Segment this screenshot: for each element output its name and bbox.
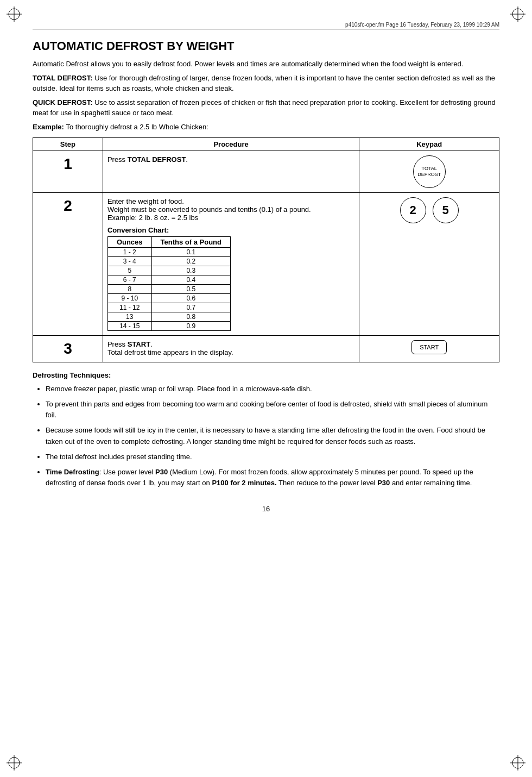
conv-row: 50.3 — [107, 266, 230, 275]
procedure-2-line2: Weight must be converted to pounds and t… — [107, 205, 311, 214]
conv-tenths: 0.9 — [151, 322, 230, 331]
total-defrost-button[interactable]: TOTAL DEFROST — [413, 155, 446, 188]
page-number: 16 — [33, 505, 499, 513]
conversion-table: Ounces Tenths of a Pound 1 - 20.13 - 40.… — [107, 236, 231, 331]
step-number-3: 3 — [33, 336, 103, 362]
intro-p3: QUICK DEFROST: Use to assist separation … — [33, 97, 499, 118]
p100-label: P100 for 2 minutes. — [212, 479, 276, 487]
procedure-3: Press START. Total defrost time appears … — [103, 336, 359, 362]
example-label: Example: — [33, 123, 66, 131]
corner-mark-tr — [510, 7, 525, 22]
conv-tenths: 0.8 — [151, 312, 230, 322]
conv-col-tenths: Tenths of a Pound — [151, 237, 230, 248]
keypad-1: TOTAL DEFROST — [359, 151, 499, 193]
conv-oz: 5 — [107, 266, 151, 275]
list-item: Because some foods will still be icy in … — [46, 425, 499, 447]
col-keypad: Keypad — [359, 138, 499, 151]
step-number-1: 1 — [33, 151, 103, 193]
start-bold: START — [128, 340, 150, 348]
procedure-3-line2: Total defrost time appears in the displa… — [107, 348, 233, 356]
bullet-1: Remove freezer paper, plastic wrap or fo… — [46, 385, 312, 393]
intro-example: Example: To thoroughly defrost a 2.5 lb … — [33, 122, 499, 133]
conv-row: 3 - 40.2 — [107, 257, 230, 266]
conv-tenths: 0.5 — [151, 285, 230, 294]
conv-oz: 9 - 10 — [107, 294, 151, 303]
instruction-table: Step Procedure Keypad 1 Press TOTAL DEFR… — [33, 137, 499, 362]
p30b-label: P30 — [377, 479, 390, 487]
page-title: AUTOMATIC DEFROST BY WEIGHT — [33, 39, 499, 53]
example-text: To thoroughly defrost a 2.5 lb Whole Chi… — [66, 123, 208, 131]
corner-mark-br — [510, 755, 525, 770]
intro-section: Automatic Defrost allows you to easily d… — [33, 59, 499, 132]
conv-oz: 1 - 2 — [107, 248, 151, 257]
corner-mark-tl — [7, 7, 22, 22]
conv-row: 130.8 — [107, 312, 230, 322]
conv-oz: 14 - 15 — [107, 322, 151, 331]
bullet-4: The total defrost includes preset standi… — [46, 453, 192, 461]
meta-line: p410sfc-oper.fm Page 16 Tuesday, Februar… — [33, 22, 499, 29]
time-defrost-text1: : Use power level — [99, 468, 155, 476]
intro-p2: TOTAL DEFROST: Use for thorough defrosti… — [33, 73, 499, 94]
quick-defrost-label: QUICK DEFROST: — [33, 98, 94, 106]
bullet-2: To prevent thin parts and edges from bec… — [46, 400, 487, 419]
total-defrost-text: Use for thorough defrosting of larger, d… — [33, 74, 495, 93]
conv-oz: 8 — [107, 285, 151, 294]
col-step: Step — [33, 138, 103, 151]
list-item: To prevent thin parts and edges from bec… — [46, 399, 499, 421]
conv-tenths: 0.7 — [151, 303, 230, 312]
defrosting-section: Defrosting Techniques: Remove freezer pa… — [33, 371, 499, 488]
bullet-list: Remove freezer paper, plastic wrap or fo… — [33, 384, 499, 488]
conv-row: 11 - 120.7 — [107, 303, 230, 312]
list-item: The total defrost includes preset standi… — [46, 452, 499, 462]
keypad-num-2[interactable]: 2 — [400, 197, 426, 223]
corner-mark-bl — [7, 755, 22, 770]
conv-oz: 13 — [107, 312, 151, 322]
time-defrost-text4: and enter remaining time. — [390, 479, 472, 487]
quick-defrost-text: Use to assist separation of frozen piece… — [33, 98, 496, 117]
time-defrost-text3: Then reduce to the power level — [277, 479, 378, 487]
list-item: Remove freezer paper, plastic wrap or fo… — [46, 384, 499, 394]
intro-p1: Automatic Defrost allows you to easily d… — [33, 59, 499, 70]
conv-oz: 3 - 4 — [107, 257, 151, 266]
conv-row: 80.5 — [107, 285, 230, 294]
defrosting-heading: Defrosting Techniques: — [33, 371, 499, 379]
keypad-3: START — [359, 336, 499, 362]
bullet-3: Because some foods will still be icy in … — [46, 426, 485, 445]
conv-tenths: 0.4 — [151, 275, 230, 285]
conv-col-oz: Ounces — [107, 237, 151, 248]
table-row: 2 Enter the weight of food. Weight must … — [33, 193, 499, 336]
conv-row: 1 - 20.1 — [107, 248, 230, 257]
list-item: Time Defrosting: Use power level P30 (Me… — [46, 467, 499, 488]
conv-tenths: 0.1 — [151, 248, 230, 257]
conv-tenths: 0.6 — [151, 294, 230, 303]
table-row: 3 Press START. Total defrost time appear… — [33, 336, 499, 362]
conv-row: 6 - 70.4 — [107, 275, 230, 285]
file-info: p410sfc-oper.fm Page 16 Tuesday, Februar… — [345, 22, 499, 28]
step-number-2: 2 — [33, 193, 103, 336]
conv-row: 14 - 150.9 — [107, 322, 230, 331]
total-defrost-label: TOTAL DEFROST: — [33, 74, 94, 82]
total-defrost-bold: TOTAL DEFROST — [128, 155, 186, 164]
procedure-2-line3: Example: 2 lb. 8 oz. = 2.5 lbs — [107, 214, 198, 222]
total-defrost-btn-line2: DEFROST — [417, 172, 441, 178]
table-row: 1 Press TOTAL DEFROST. TOTAL DEFROST — [33, 151, 499, 193]
conv-tenths: 0.3 — [151, 266, 230, 275]
procedure-1: Press TOTAL DEFROST. — [103, 151, 359, 193]
conv-oz: 6 - 7 — [107, 275, 151, 285]
total-defrost-btn-line1: TOTAL — [422, 166, 437, 172]
conv-oz: 11 - 12 — [107, 303, 151, 312]
procedure-2-line1: Enter the weight of food. — [107, 197, 184, 205]
start-button[interactable]: START — [411, 340, 447, 354]
conv-tenths: 0.2 — [151, 257, 230, 266]
time-defrost-label: Time Defrosting — [46, 468, 99, 476]
keypad-num-5[interactable]: 5 — [433, 197, 459, 223]
keypad-2: 2 5 — [359, 193, 499, 336]
p30-label: P30 — [155, 468, 168, 476]
conversion-chart-label: Conversion Chart: — [107, 226, 354, 234]
col-procedure: Procedure — [103, 138, 359, 151]
procedure-2: Enter the weight of food. Weight must be… — [103, 193, 359, 336]
conv-row: 9 - 100.6 — [107, 294, 230, 303]
keypad-numbers: 2 5 — [364, 197, 495, 223]
